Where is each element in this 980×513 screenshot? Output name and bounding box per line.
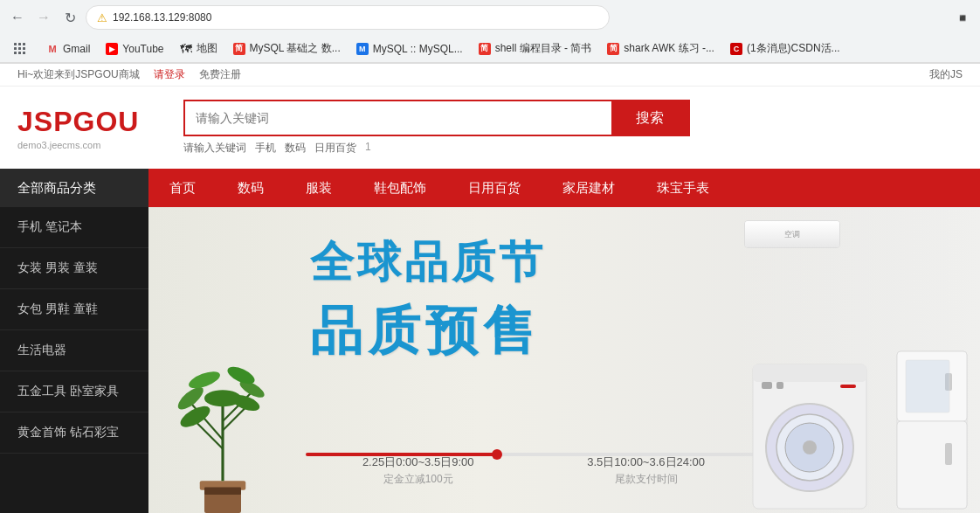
washing-machine-svg [749,360,871,513]
maps-bookmark[interactable]: 🗺 地图 [173,38,224,59]
bookmarks-bar: M Gmail ▶ YouTube 🗺 地图 简 MySQL 基础之 数... … [0,35,980,63]
sidebar-item-mobile[interactable]: 手机 笔记本 [0,207,148,248]
banner-date1: 2.25日0:00~3.5日9:00 [362,454,474,470]
suggestion-digital[interactable]: 数码 [285,141,306,156]
lock-icon: ⚠ [97,11,107,24]
search-suggestions: 请输入关键词 手机 数码 日用百货 1 [183,141,690,156]
nav-jewelry[interactable]: 珠宝手表 [636,169,730,207]
search-area: 搜索 请输入关键词 手机 数码 日用百货 1 [183,100,690,156]
sidebar-item-appliances[interactable]: 生活电器 [0,330,148,371]
svg-point-12 [204,390,241,406]
shell-bookmark[interactable]: 简 shell 编程目录 - 简书 [472,38,599,59]
svg-rect-21 [762,382,772,389]
nav-category-button[interactable]: 全部商品分类 [0,169,148,207]
plant-svg [166,329,280,513]
sidebar: 手机 笔记本 女装 男装 童装 女包 男鞋 童鞋 生活电器 五金工具 卧室家具 … [0,207,148,513]
svg-rect-16 [753,364,866,382]
reload-button[interactable]: ↻ [59,7,80,28]
banner-date1-area: 2.25日0:00~3.5日9:00 定金立减100元 [362,454,474,487]
banner-label2: 尾款支付时间 [587,472,705,487]
shark-bookmark[interactable]: 简 shark AWK 练习 -... [600,38,721,59]
youtube-bookmark[interactable]: ▶ YouTube [99,40,170,58]
youtube-icon: ▶ [106,43,118,55]
mysql-ref-label: MySQL :: MySQL... [373,43,463,55]
svg-rect-26 [897,421,967,509]
svg-rect-23 [840,385,856,388]
sidebar-item-tools[interactable]: 五金工具 卧室家具 [0,371,148,412]
mysql-ref-icon: M [356,43,369,55]
ac-unit: 空调 [744,220,840,248]
shark-icon: 简 [607,43,619,55]
shell-icon: 简 [479,43,491,55]
login-link[interactable]: 请登录 [154,67,185,82]
hero-banner: 全球品质节 品质预售 2.25日0:00~3.5日9:00 定金立减100元 [148,207,980,513]
logo-sub: demo3.jeecms.com [17,140,157,150]
site-header: JSPGOU demo3.jeecms.com 搜索 请输入关键词 手机 数码 … [0,87,980,169]
register-link[interactable]: 免费注册 [199,67,241,82]
banner-plant [166,329,288,513]
banner-text-area: 全球品质节 品质预售 [310,233,546,367]
youtube-label: YouTube [122,43,163,55]
sidebar-item-jewelry[interactable]: 黄金首饰 钻石彩宝 [0,412,148,454]
logo-text[interactable]: JSPGOU [17,106,157,138]
sidebar-item-bags[interactable]: 女包 男鞋 童鞋 [0,289,148,330]
banner-title2: 品质预售 [310,296,546,367]
suggestion-daily[interactable]: 日用百货 [314,141,356,156]
extensions-button[interactable]: ◾ [952,7,973,28]
appliances-area: 空调 [735,207,980,513]
search-box: 搜索 [183,100,690,136]
shell-label: shell 编程目录 - 简书 [495,41,592,56]
gmail-icon: M [46,43,59,55]
suggestion-count: 1 [365,141,371,156]
gmail-bookmark[interactable]: M Gmail [39,40,97,58]
my-account-text: 我的JS [929,68,963,80]
svg-point-13 [187,368,223,392]
banner-dates: 2.25日0:00~3.5日9:00 定金立减100元 3.5日10:00~3.… [306,454,762,487]
nav-digital[interactable]: 数码 [217,169,285,207]
maps-icon: 🗺 [180,43,192,55]
nav-furniture[interactable]: 家居建材 [542,169,636,207]
browser-toolbar: ← → ↻ ⚠ 192.168.13.129:8080 ◾ [0,0,980,35]
svg-rect-28 [945,443,952,465]
hero-banner-area: 全球品质节 品质预售 2.25日0:00~3.5日9:00 定金立减100元 [148,207,980,513]
sidebar-item-clothing[interactable]: 女装 男装 童装 [0,248,148,289]
suggestion-keyword[interactable]: 请输入关键词 [183,141,246,156]
apps-bookmark[interactable] [7,40,38,58]
banner-label1: 定金立减100元 [362,472,474,487]
suggestion-mobile[interactable]: 手机 [255,141,276,156]
top-bar-greeting-area: Hi~欢迎来到JSPGOU商城 请登录 免费注册 [17,67,241,82]
nav-clothing[interactable]: 服装 [285,169,353,207]
logo-area: JSPGOU demo3.jeecms.com [17,106,157,150]
fridge-svg [893,347,971,513]
address-bar[interactable]: ⚠ 192.168.13.129:8080 [86,5,610,30]
url-text: 192.168.13.129:8080 [113,11,211,24]
content-area: 手机 笔记本 女装 男装 童装 女包 男鞋 童鞋 生活电器 五金工具 卧室家具 … [0,207,980,513]
mysql-basic-bookmark[interactable]: 简 MySQL 基础之 数... [226,38,348,59]
mysql-basic-label: MySQL 基础之 数... [250,41,341,56]
search-input[interactable] [185,101,611,135]
shark-label: shark AWK 练习 -... [624,41,714,56]
mysql-ref-bookmark[interactable]: M MySQL :: MySQL... [349,40,470,58]
browser-chrome: ← → ↻ ⚠ 192.168.13.129:8080 ◾ M Gmail ▶ … [0,0,980,64]
maps-label: 地图 [197,41,217,56]
svg-point-20 [803,440,817,454]
top-bar-account: 我的JS [929,67,963,82]
nav-links: 首页 数码 服装 鞋包配饰 日用百货 家居建材 珠宝手表 [148,169,980,207]
mysql-basic-icon: 简 [233,43,245,55]
nav-home[interactable]: 首页 [148,169,217,207]
csdn-bookmark[interactable]: C (1条消息)CSDN活... [723,38,847,59]
greeting-text: Hi~欢迎来到JSPGOU商城 [17,67,140,82]
svg-rect-2 [204,488,241,495]
gmail-label: Gmail [63,43,90,55]
banner-date2: 3.5日10:00~3.6日24:00 [587,454,705,470]
forward-button[interactable]: → [33,7,54,28]
search-button[interactable]: 搜索 [611,101,688,135]
top-bar: Hi~欢迎来到JSPGOU商城 请登录 免费注册 我的JS [0,64,980,87]
banner-date2-area: 3.5日10:00~3.6日24:00 尾款支付时间 [587,454,705,487]
svg-rect-22 [776,382,783,389]
nav-daily[interactable]: 日用百货 [447,169,542,207]
csdn-label: (1条消息)CSDN活... [747,41,840,56]
apps-icon [14,43,26,55]
back-button[interactable]: ← [7,7,28,28]
nav-shoes-bags[interactable]: 鞋包配饰 [353,169,447,207]
